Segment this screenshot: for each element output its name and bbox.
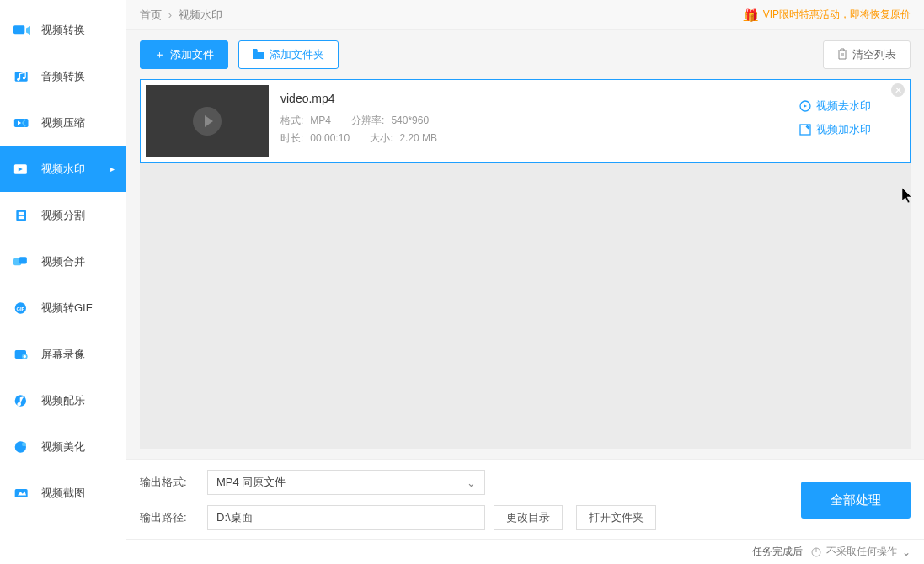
sidebar-label: 屏幕录像 [41,347,85,362]
output-settings: 输出格式: MP4 同原文件 ⌄ 全部处理 输出路径: D:\桌面 更改目录 打… [126,459,924,539]
sidebar-item-audio-convert[interactable]: 音频转换 [0,53,126,99]
breadcrumb: 首页 › 视频水印 [140,8,222,23]
trash-icon [837,48,847,62]
chevron-down-icon: ⌄ [467,476,476,489]
open-folder-button[interactable]: 打开文件夹 [576,505,656,530]
add-wm-icon [799,124,811,136]
change-dir-button[interactable]: 更改目录 [494,505,563,530]
sidebar-item-video-gif[interactable]: GIF 视频转GIF [0,285,126,331]
header: 首页 › 视频水印 🎁 VIP限时特惠活动，即将恢复原价 [126,0,924,30]
record-icon [13,347,31,362]
video-thumbnail[interactable] [146,85,269,157]
sidebar-label: 视频合并 [41,254,85,269]
sidebar-label: 视频配乐 [41,393,85,408]
power-icon [811,547,821,557]
main-panel: 首页 › 视频水印 🎁 VIP限时特惠活动，即将恢复原价 ＋ 添加文件 添加文件… [126,0,924,564]
sidebar-label: 音频转换 [41,69,85,84]
gift-icon: 🎁 [744,8,758,22]
sidebar-item-video-convert[interactable]: 视频转换 [0,7,126,53]
file-meta: video.mp4 格式:MP4 分辨率:540*960 时长:00:00:10… [269,85,799,152]
chevron-right-icon: › [168,8,172,21]
svg-text:GIF: GIF [16,306,24,311]
sidebar-item-screen-record[interactable]: 屏幕录像 [0,331,126,377]
play-icon [193,107,222,136]
svg-rect-10 [19,257,27,263]
status-bar: 任务完成后 不采取任何操作 ⌄ [126,539,924,564]
screenshot-icon [13,486,31,501]
svg-point-18 [22,442,26,446]
sidebar-label: 视频转换 [41,23,85,38]
sidebar-label: 视频截图 [41,486,85,501]
watermark-icon [13,162,31,177]
process-all-button[interactable]: 全部处理 [801,482,911,519]
sidebar-label: 视频转GIF [41,301,93,316]
svg-rect-4 [14,119,29,127]
sidebar-item-video-beautify[interactable]: 视频美化 [0,423,126,470]
sidebar: 视频转换 音频转换 视频压缩 视频水印 ▸ 视频分割 视频合并 GIF 视频转G… [0,0,126,564]
svg-rect-21 [800,125,810,135]
sidebar-item-watermark[interactable]: 视频水印 ▸ [0,146,126,192]
svg-rect-6 [16,210,26,221]
sidebar-label: 视频分割 [41,208,85,223]
toolbar: ＋ 添加文件 添加文件夹 清空列表 [126,30,924,79]
sidebar-item-video-compress[interactable]: 视频压缩 [0,99,126,146]
svg-rect-7 [19,211,24,214]
file-list-area: video.mp4 格式:MP4 分辨率:540*960 时长:00:00:10… [140,79,911,449]
beautify-icon [13,439,31,455]
output-format-label: 输出格式: [140,475,199,490]
breadcrumb-home[interactable]: 首页 [140,8,162,21]
sidebar-label: 视频美化 [41,439,85,455]
sidebar-item-video-screenshot[interactable]: 视频截图 [0,470,126,516]
cursor-icon [902,188,916,205]
sidebar-label: 视频压缩 [41,115,85,130]
plus-icon: ＋ [154,47,165,62]
file-item-row[interactable]: video.mp4 格式:MP4 分辨率:540*960 时长:00:00:10… [140,79,911,163]
audio-convert-icon [13,69,31,84]
sidebar-item-video-split[interactable]: 视频分割 [0,192,126,238]
video-convert-icon [13,23,31,38]
merge-icon [13,254,31,269]
svg-rect-0 [13,25,24,34]
remove-item-button[interactable]: ✕ [891,83,905,97]
output-format-select[interactable]: MP4 同原文件 ⌄ [207,470,485,495]
add-folder-button[interactable]: 添加文件夹 [238,40,339,69]
svg-point-15 [24,354,26,357]
output-path-input[interactable]: D:\桌面 [207,505,485,530]
sidebar-item-video-merge[interactable]: 视频合并 [0,238,126,285]
clear-list-button[interactable]: 清空列表 [823,40,911,69]
output-path-label: 输出路径: [140,510,199,525]
remove-wm-icon [799,100,811,112]
remove-watermark-link[interactable]: 视频去水印 [799,98,871,114]
chevron-down-icon: ⌄ [902,546,911,558]
video-compress-icon [13,115,31,130]
gif-icon: GIF [13,301,31,316]
split-icon [13,208,31,223]
vip-promo-link[interactable]: 🎁 VIP限时特惠活动，即将恢复原价 [744,8,911,22]
music-icon [13,393,31,408]
add-watermark-link[interactable]: 视频加水印 [799,122,871,137]
task-complete-action-select[interactable]: 不采取任何操作 ⌄ [811,545,911,559]
add-file-button[interactable]: ＋ 添加文件 [140,40,228,69]
caret-right-icon: ▸ [110,164,115,173]
file-actions: 视频去水印 视频加水印 [799,85,905,137]
folder-icon [253,49,264,61]
sidebar-label: 视频水印 [41,162,85,177]
task-complete-label: 任务完成后 [752,545,803,559]
sidebar-item-video-music[interactable]: 视频配乐 [0,377,126,423]
file-title: video.mp4 [280,92,788,105]
breadcrumb-current: 视频水印 [179,8,222,21]
svg-rect-8 [19,215,24,218]
